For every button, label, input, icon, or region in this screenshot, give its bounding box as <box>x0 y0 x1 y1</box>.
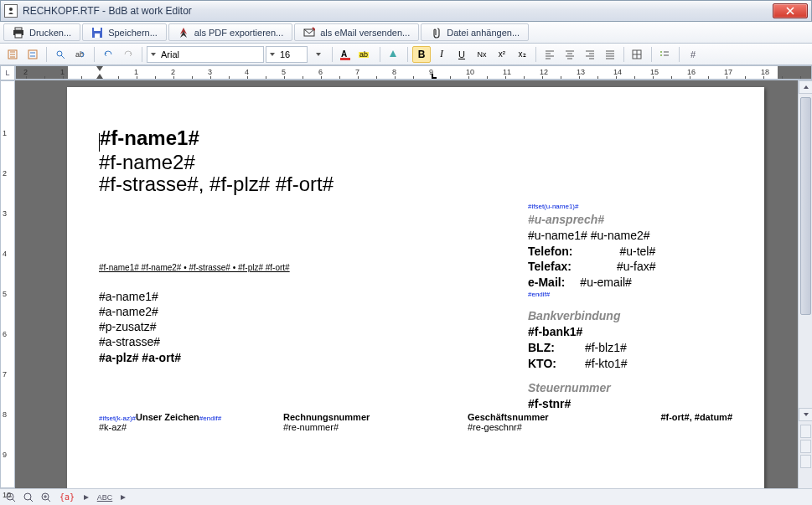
attach-label: Datei anhängen... <box>447 28 520 38</box>
font-size-combo[interactable]: 16 <box>266 46 308 63</box>
horizontal-ruler[interactable]: 12123456789101112131415161718 <box>15 65 812 80</box>
email-send-button[interactable]: als eMail versenden... <box>294 23 419 41</box>
font-family-combo[interactable]: Arial <box>147 46 264 63</box>
scroll-page-up-icon[interactable] <box>800 425 811 438</box>
chevron-down-icon <box>270 53 275 56</box>
doc-tel-label: Telefon: <box>528 245 572 258</box>
separator <box>623 47 624 62</box>
status-arrow-icon[interactable] <box>80 491 92 504</box>
undo-icon[interactable] <box>99 46 117 63</box>
attach-file-button[interactable]: Datei anhängen... <box>421 23 529 41</box>
doc-stnr-label: Steuernummer <box>528 380 656 396</box>
document-page[interactable]: #f-name1# #f-name2# #f-strasse#, #f-plz#… <box>67 87 764 488</box>
status-bar: {a} ABC <box>0 488 812 505</box>
separator <box>46 47 47 62</box>
align-right-icon[interactable] <box>581 46 599 63</box>
align-justify-icon[interactable] <box>601 46 619 63</box>
tool-icon-1[interactable] <box>3 46 22 63</box>
save-button[interactable]: Speichern... <box>82 23 167 41</box>
scroll-page-down-icon[interactable] <box>800 455 811 468</box>
find-icon[interactable] <box>51 46 70 63</box>
svg-rect-13 <box>340 58 350 60</box>
tool-icon-2[interactable] <box>23 46 42 63</box>
separator <box>380 47 380 62</box>
svg-point-20 <box>24 493 31 500</box>
insert-field-icon[interactable]: # <box>684 46 702 63</box>
superscript-button[interactable]: x² <box>493 46 511 63</box>
doc-fax-label: Telefax: <box>528 260 572 273</box>
zoom-in-icon[interactable] <box>39 491 54 504</box>
zoom-reset-icon[interactable] <box>21 491 36 504</box>
email-label: als eMail versenden... <box>320 28 410 38</box>
separator <box>651 47 652 62</box>
align-left-icon[interactable] <box>540 46 559 63</box>
doc-right-column: #ifset(u-name1)# #u-ansprech# #u-name1# … <box>528 203 656 411</box>
svg-rect-1 <box>15 28 22 30</box>
bullets-button[interactable] <box>656 46 675 63</box>
canvas[interactable]: #f-name1# #f-name2# #f-strasse#, #f-plz#… <box>15 80 812 488</box>
svg-rect-5 <box>94 28 101 31</box>
close-button[interactable] <box>773 3 808 18</box>
scroll-up-icon[interactable] <box>799 80 812 94</box>
separator <box>535 47 536 62</box>
italic-button[interactable]: I <box>432 46 451 63</box>
svg-rect-6 <box>95 33 100 38</box>
status-arrow2-icon[interactable] <box>117 491 129 504</box>
svg-point-18 <box>660 54 662 56</box>
doc-kto: #f-kto1# <box>585 357 628 370</box>
svg-rect-3 <box>15 33 22 38</box>
doc-rnr: #re-nummer# <box>283 422 339 432</box>
scroll-down-icon[interactable] <box>799 408 812 421</box>
svg-text:ab: ab <box>359 50 368 59</box>
doc-bank: #f-bank1# <box>528 324 656 340</box>
scroll-mark-icon[interactable] <box>800 440 811 453</box>
doc-email-label: e-Mail: <box>528 276 565 289</box>
doc-email: #u-email# <box>580 276 631 289</box>
print-button[interactable]: Drucken... <box>3 23 80 41</box>
vertical-ruler[interactable]: 12345678910 <box>0 80 15 488</box>
font-size-value: 16 <box>280 49 290 59</box>
status-abc-icon[interactable]: ABC <box>95 491 115 504</box>
work-area: 12345678910 #f-name1# #f-name2# #f-stras… <box>0 80 812 488</box>
doc-header-3: #f-strasse#, #f-plz# #f-ort# <box>99 173 334 195</box>
vertical-scrollbar[interactable] <box>798 80 812 488</box>
doc-fax: #u-fax# <box>617 260 656 273</box>
doc-header-1: #f-name1# <box>100 126 199 149</box>
doc-kaz: #k-az# <box>99 422 127 432</box>
pdf-export-button[interactable]: als PDF exportieren... <box>168 23 292 41</box>
subscript-button[interactable]: x₂ <box>513 46 531 63</box>
shading-button[interactable] <box>385 46 403 63</box>
font-color-button[interactable]: A <box>337 46 355 63</box>
highlight-button[interactable]: ab <box>357 46 375 63</box>
scroll-thumb[interactable] <box>800 97 811 315</box>
find-replace-icon[interactable]: ab <box>71 46 90 63</box>
underline-button[interactable]: U <box>453 46 471 63</box>
save-label: Speichern... <box>108 28 158 38</box>
smallcaps-button[interactable]: Nx <box>473 46 491 63</box>
window-title: RECHKOPF.RTF - BdB at work Editor <box>23 5 773 17</box>
app-icon <box>4 4 18 18</box>
font-size-down-icon[interactable] <box>309 46 328 63</box>
more-icon[interactable] <box>704 46 722 63</box>
redo-icon[interactable] <box>119 46 137 63</box>
doc-gnr: #re-geschnr# <box>468 422 522 432</box>
svg-point-0 <box>9 8 13 11</box>
format-toolbar: ab Arial 16 A ab B I U Nx x² x₂ # <box>0 44 812 65</box>
doc-ansprech: #u-ansprech# <box>528 212 656 228</box>
status-braces-icon[interactable]: {a} <box>56 491 78 504</box>
chevron-down-icon <box>151 53 156 56</box>
doc-ifset: #ifset(u-name1)# <box>528 203 656 212</box>
doc-blz-label: BLZ: <box>528 341 555 354</box>
align-center-icon[interactable] <box>561 46 579 63</box>
pdf-label: als PDF exportieren... <box>194 28 283 38</box>
doc-kto-label: KTO: <box>528 357 556 370</box>
doc-ortdatum: #f-ort#, #datum# <box>660 412 732 422</box>
bold-button[interactable]: B <box>412 46 431 63</box>
table-button[interactable] <box>628 46 647 63</box>
separator <box>332 47 333 62</box>
doc-bank-label: Bankverbindung <box>528 308 656 324</box>
doc-b-endif: #endif# <box>199 415 221 422</box>
ruler-margin <box>778 66 811 79</box>
doc-blz: #f-blz1# <box>585 341 627 354</box>
doc-b-ifset: #ifset(k-az)# <box>99 415 136 422</box>
